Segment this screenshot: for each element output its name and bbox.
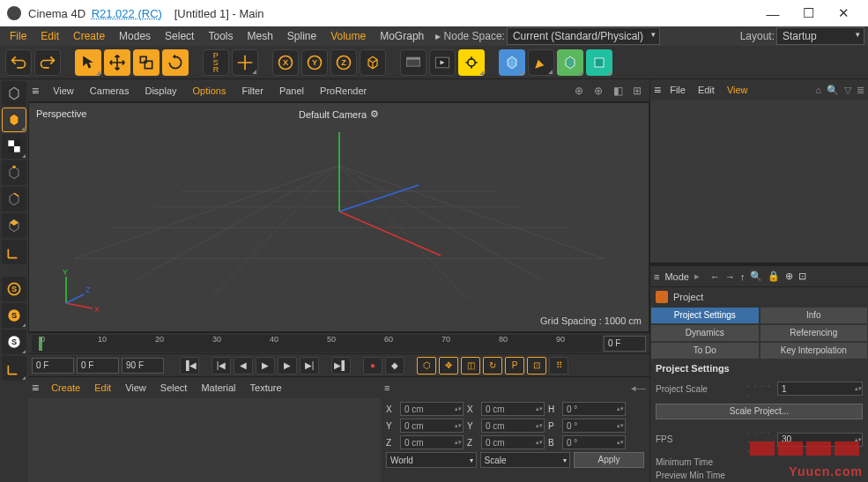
viewport-hamburger-icon[interactable]: ≡ (32, 84, 39, 98)
y-axis-button[interactable]: Y (301, 49, 328, 76)
render-active-button[interactable] (458, 49, 485, 76)
rotate-button[interactable] (162, 49, 189, 76)
goto-end-button[interactable]: ▶▌ (331, 357, 351, 374)
pos-z-field[interactable]: 0 cm▴▾ (400, 435, 464, 449)
key-parameter-button[interactable]: P (505, 357, 524, 374)
range-end-field[interactable] (604, 336, 646, 352)
nodespace-dropdown[interactable]: Current (Standard/Physical) (507, 27, 660, 45)
make-editable-button[interactable] (2, 81, 26, 106)
attr-tab-mode[interactable]: Mode (664, 271, 689, 282)
z-axis-button[interactable]: Z (330, 49, 357, 76)
attr-new-icon[interactable]: ⊕ (785, 271, 793, 282)
rot-b-field[interactable]: 0 °▴▾ (562, 435, 626, 449)
menu-volume[interactable]: Volume (324, 28, 372, 44)
point-mode-button[interactable] (2, 160, 26, 185)
menu-spline[interactable]: Spline (281, 28, 323, 44)
live-select-button[interactable] (75, 49, 101, 76)
obj-tab-file[interactable]: File (666, 83, 689, 97)
coord-arrow-icon[interactable]: ◂— (631, 382, 646, 394)
undo-button[interactable] (5, 49, 32, 76)
menu-mesh[interactable]: Mesh (241, 28, 278, 44)
maximize-button[interactable]: ☐ (790, 5, 826, 21)
rot-h-field[interactable]: 0 °▴▾ (562, 402, 626, 416)
poly-mode-button[interactable] (2, 213, 26, 238)
viewport[interactable]: Perspective Default Camera⚙ Grid Spacing… (28, 102, 649, 332)
key-selection-button[interactable]: ⬡ (417, 357, 436, 374)
obj-filter-icon[interactable]: ▽ (844, 85, 851, 96)
scale-button[interactable] (133, 49, 160, 76)
render-settings-button[interactable] (400, 49, 427, 76)
vp-nav4-icon[interactable]: ⊞ (629, 83, 645, 99)
attr-tab-dynamics[interactable]: Dynamics (650, 324, 760, 342)
attr-pin-icon[interactable]: ⊡ (798, 271, 806, 282)
menu-tools[interactable]: Tools (202, 28, 239, 44)
mat-tab-texture[interactable]: Texture (245, 381, 287, 395)
key-rotation-button[interactable]: ↻ (483, 357, 502, 374)
autokey-button[interactable]: ◆ (385, 357, 404, 374)
attr-nav-back-icon[interactable]: ← (710, 271, 720, 282)
timeline-ruler[interactable]: 0 10 20 30 40 50 60 70 80 90 (32, 335, 602, 352)
pos-x-field[interactable]: 0 cm▴▾ (400, 402, 464, 416)
viewport-solo-button[interactable]: S (2, 277, 26, 301)
size-x-field[interactable]: 0 cm▴▾ (481, 402, 545, 416)
preview-start-field[interactable] (32, 358, 74, 374)
mat-tab-select[interactable]: Select (155, 381, 193, 395)
close-button[interactable]: ✕ (826, 5, 861, 21)
axis-mode-button[interactable] (2, 240, 26, 264)
generator-button[interactable] (557, 49, 583, 76)
attr-tab-info[interactable]: Info (760, 307, 869, 324)
vp-tab-options[interactable]: Options (186, 83, 234, 99)
menu-select[interactable]: Select (159, 28, 200, 44)
model-mode-button[interactable] (2, 108, 26, 132)
next-frame-button[interactable]: ▶ (278, 357, 297, 374)
size-y-field[interactable]: 0 cm▴▾ (481, 419, 545, 433)
obj-layer-icon[interactable]: ≣ (857, 85, 864, 96)
menu-edit[interactable]: Edit (34, 28, 65, 44)
current-frame-field[interactable] (77, 358, 119, 374)
scale-project-button[interactable]: Scale Project... (656, 404, 863, 419)
keyframe-dots-button[interactable]: ⠿ (549, 357, 568, 374)
cube-primitive-button[interactable] (499, 49, 525, 76)
obj-hamburger-icon[interactable]: ≡ (654, 83, 661, 97)
menu-mograph[interactable]: MoGraph (374, 28, 430, 44)
next-key-button[interactable]: ▶| (300, 357, 319, 374)
attr-tab-key-interp[interactable]: Key Interpolation (760, 342, 869, 360)
vp-nav1-icon[interactable]: ⊕ (571, 83, 587, 99)
psr-button[interactable]: PSR (203, 49, 229, 76)
deformer-button[interactable] (586, 49, 612, 76)
goto-start-button[interactable]: ▐◀ (180, 357, 199, 374)
prev-key-button[interactable]: |◀ (211, 357, 231, 374)
attr-nav-up-icon[interactable]: ↑ (740, 271, 746, 282)
vp-tab-display[interactable]: Display (137, 83, 183, 99)
edge-mode-button[interactable] (2, 187, 26, 211)
layout-dropdown[interactable]: Startup (776, 27, 864, 45)
attr-tab-project-settings[interactable]: Project Settings (650, 307, 760, 324)
vp-tab-cameras[interactable]: Cameras (83, 83, 137, 99)
x-axis-button[interactable]: X (272, 49, 299, 76)
coord-hamburger-icon[interactable]: ≡ (384, 382, 389, 393)
coord-space-select[interactable]: World (386, 452, 477, 468)
mat-tab-create[interactable]: Create (46, 381, 85, 395)
attr-search-icon[interactable]: 🔍 (750, 271, 762, 282)
vp-tab-prorender[interactable]: ProRender (313, 83, 374, 99)
obj-tab-view[interactable]: View (723, 83, 752, 97)
attr-hamburger-icon[interactable]: ≡ (654, 271, 659, 282)
mat-tab-material[interactable]: Material (196, 381, 241, 395)
key-position-button[interactable]: ✥ (439, 357, 458, 374)
coord-apply-button[interactable]: Apply (574, 452, 644, 468)
rot-p-field[interactable]: 0 °▴▾ (562, 419, 626, 433)
play-button[interactable]: ▶ (256, 357, 275, 374)
vp-nav2-icon[interactable]: ⊕ (590, 83, 606, 99)
record-button[interactable]: ● (363, 357, 382, 374)
object-manager-body[interactable] (650, 100, 868, 263)
pen-tool-button[interactable] (528, 49, 554, 76)
menu-file[interactable]: File (4, 28, 33, 44)
texture-mode-button[interactable] (2, 134, 26, 159)
menu-create[interactable]: Create (67, 28, 111, 44)
snap-button[interactable]: S (2, 303, 26, 328)
obj-tab-edit[interactable]: Edit (694, 83, 718, 97)
coord-mode-select[interactable]: Scale (480, 452, 571, 468)
vp-tab-filter[interactable]: Filter (234, 83, 270, 99)
pos-y-field[interactable]: 0 cm▴▾ (400, 419, 464, 433)
coord-system-button[interactable] (360, 49, 386, 76)
